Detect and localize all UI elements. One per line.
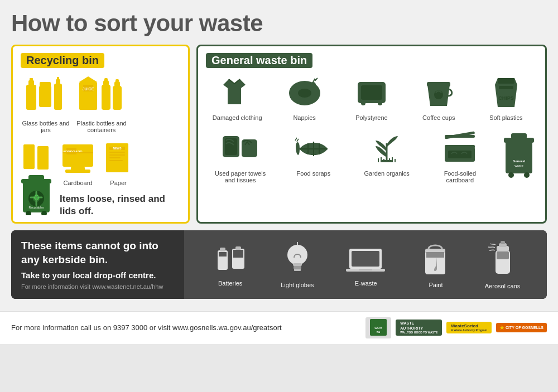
coffee-cups-label: Coffee cups — [422, 114, 455, 121]
svg-rect-54 — [498, 78, 514, 84]
footer-logo-government: GOV WA — [365, 317, 391, 338]
light-globes-icon — [281, 241, 314, 279]
svg-rect-84 — [293, 263, 302, 266]
footer: For more information call us on 9397 300… — [0, 311, 558, 344]
svg-text:CHIPS: CHIPS — [498, 95, 514, 101]
svg-text:Recyclables: Recyclables — [29, 206, 44, 209]
svg-rect-94 — [426, 252, 444, 258]
svg-rect-5 — [54, 84, 62, 110]
hazardous-url: For more information visit www.wastenet.… — [21, 283, 174, 290]
items-notice: Items loose, rinsed and lids off. — [60, 193, 180, 217]
svg-rect-55 — [499, 86, 513, 89]
hazardous-subtitle: Take to your local drop-off centre. — [21, 270, 174, 280]
svg-rect-36 — [109, 160, 123, 161]
general-bin-box: General waste bin Damaged clothing — [196, 45, 547, 224]
soft-plastics-label: Soft plastics — [489, 114, 522, 121]
svg-rect-79 — [219, 252, 227, 257]
general-bin-header: General waste bin — [206, 53, 312, 68]
footer-logo-city: ★ CITY OF GOSNELLS — [496, 323, 547, 332]
svg-rect-91 — [359, 269, 372, 270]
svg-rect-69 — [445, 145, 475, 148]
bins-row: Recycling bin — [11, 45, 547, 224]
svg-rect-34 — [109, 154, 125, 156]
svg-rect-78 — [220, 248, 225, 251]
svg-rect-82 — [233, 250, 243, 258]
svg-rect-86 — [294, 269, 301, 271]
svg-rect-70 — [506, 141, 532, 173]
aerosol-cans-icon — [487, 239, 518, 280]
svg-rect-22 — [37, 146, 49, 151]
food-scraps-label: Food scraps — [297, 170, 331, 177]
svg-rect-18 — [23, 147, 35, 168]
svg-point-47 — [310, 82, 316, 88]
glass-bottles-icon — [23, 74, 68, 118]
paper-label: Paper — [110, 180, 126, 186]
list-item: Coffee cups — [411, 74, 466, 121]
svg-marker-9 — [79, 76, 97, 82]
hazardous-text-column: These items cannot go into any kerbside … — [11, 230, 184, 298]
list-item: Batteries — [211, 242, 250, 287]
svg-rect-39 — [28, 175, 44, 181]
light-globes-label: Light globes — [281, 282, 314, 288]
ewaste-icon — [345, 242, 387, 278]
list-item: Aerosol cans — [485, 239, 521, 289]
svg-rect-33 — [109, 152, 125, 153]
paper-icon: NEWS — [102, 139, 135, 177]
svg-rect-20 — [23, 166, 35, 169]
svg-rect-49 — [361, 85, 382, 100]
svg-rect-23 — [37, 167, 49, 170]
list-item: Light globes — [281, 241, 314, 288]
list-item: E-waste — [345, 242, 387, 287]
svg-text:NEWS: NEWS — [113, 147, 122, 150]
page-title: How to sort your waste — [11, 10, 547, 37]
list-item: Food-soiled cardboard — [432, 129, 488, 183]
list-item: Glass bottles and jars — [21, 74, 71, 133]
main-container: How to sort your waste Recycling bin — [0, 0, 558, 311]
coffee-cups-icon — [419, 74, 458, 112]
garden-organics-label: Garden organics — [364, 170, 409, 177]
svg-rect-2 — [30, 78, 33, 81]
list-item: Polystyrene — [344, 74, 400, 121]
hazardous-title: These items cannot go into any kerbside … — [21, 239, 174, 267]
list-item: Used paper towels and tissues — [213, 129, 268, 183]
svg-rect-15 — [113, 86, 122, 110]
svg-rect-14 — [104, 78, 108, 81]
list-item: JUICE Plastic bottles and containers — [76, 74, 127, 133]
food-scraps-icon — [294, 129, 333, 168]
plastic-bottles-label: Plastic bottles and containers — [76, 120, 127, 133]
svg-rect-35 — [109, 157, 121, 158]
garden-organics-icon — [367, 129, 406, 168]
cardboard-icon: CARDBOARD — [60, 139, 96, 177]
svg-point-76 — [524, 172, 530, 178]
svg-rect-4 — [40, 82, 51, 87]
svg-rect-12 — [102, 85, 110, 110]
svg-rect-7 — [57, 77, 59, 80]
list-item: Nappies — [277, 74, 333, 121]
recycling-bin-header: Recycling bin — [21, 53, 104, 68]
list-item: CHIPS Soft plastics — [478, 74, 534, 121]
recycling-bin-box: Recycling bin — [11, 45, 190, 224]
svg-point-50 — [361, 101, 365, 105]
svg-text:General: General — [513, 159, 526, 163]
recycling-bin-graphic: ♻ Recyclables — [18, 171, 55, 217]
footer-logos: GOV WA WASTEAUTHORITY WA...TOO GOOD TO W… — [365, 317, 547, 338]
hazardous-items-column: Batteries Light globes — [184, 230, 547, 298]
svg-rect-0 — [26, 85, 36, 110]
list-item: NEWS Paper — [102, 139, 135, 186]
footer-logo-waste-authority: WASTEAUTHORITY WA...TOO GOOD TO WASTE — [396, 320, 442, 336]
svg-rect-89 — [352, 251, 379, 267]
aerosol-cans-label: Aerosol cans — [485, 283, 521, 289]
list-item: Damaged clothing — [209, 74, 265, 121]
svg-rect-17 — [116, 79, 119, 82]
cardboard-label: Cardboard — [64, 180, 93, 186]
svg-rect-81 — [235, 246, 241, 250]
polystyrene-label: Polystyrene — [355, 114, 387, 121]
svg-rect-72 — [511, 133, 527, 139]
svg-rect-16 — [114, 81, 120, 87]
list-item: Paint — [417, 241, 454, 288]
hazardous-section: These items cannot go into any kerbside … — [11, 230, 547, 298]
general-items-row2: Used paper towels and tissues — [206, 129, 494, 183]
ewaste-label: E-waste — [355, 280, 377, 287]
svg-rect-58 — [225, 138, 237, 155]
svg-rect-68 — [448, 151, 472, 158]
